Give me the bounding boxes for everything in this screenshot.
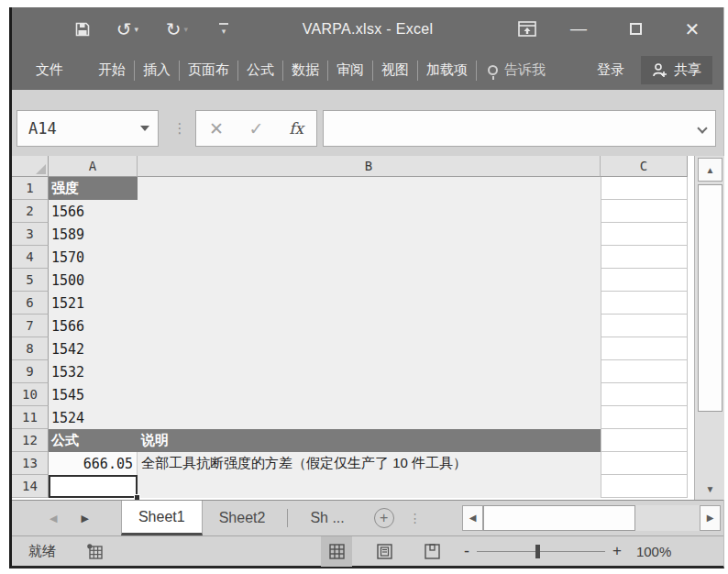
page-break-preview-button[interactable] — [416, 536, 447, 567]
cell-A13[interactable]: 666.05 — [49, 452, 138, 475]
cell-B2[interactable] — [138, 200, 601, 223]
cell-C2[interactable] — [601, 200, 688, 223]
cell-C5[interactable] — [601, 269, 688, 292]
vertical-scroll-thumb[interactable] — [698, 184, 722, 412]
row-header-14[interactable]: 14 — [12, 475, 49, 498]
macro-record-icon[interactable] — [87, 544, 103, 559]
row-header-12[interactable]: 12 — [12, 429, 49, 452]
cell-B11[interactable] — [138, 406, 601, 429]
cell-B12[interactable]: 说明 — [138, 429, 601, 452]
cell-A5[interactable]: 1500 — [49, 269, 138, 292]
horizontal-scroll-thumb[interactable] — [483, 505, 635, 531]
cell-A2[interactable]: 1566 — [49, 200, 138, 223]
column-header-b[interactable]: B — [138, 156, 601, 177]
row-header-7[interactable]: 7 — [12, 315, 49, 337]
tab-addins[interactable]: 加载项 — [418, 61, 476, 79]
cancel-icon[interactable]: ✕ — [209, 118, 224, 139]
cell-B1[interactable] — [138, 177, 601, 200]
column-header-c[interactable]: C — [601, 156, 688, 177]
sheet-tab-sheet3-truncated[interactable]: Sh ... — [293, 501, 360, 535]
cell-B8[interactable] — [138, 337, 601, 360]
normal-view-button[interactable] — [321, 536, 352, 567]
tab-review[interactable]: 审阅 — [328, 61, 372, 79]
cell-B9[interactable] — [138, 360, 601, 383]
cell-B10[interactable] — [138, 383, 601, 406]
cell-A6[interactable]: 1521 — [49, 292, 138, 315]
row-header-3[interactable]: 3 — [12, 223, 49, 246]
zoom-slider-thumb[interactable] — [535, 545, 540, 558]
tab-data[interactable]: 数据 — [283, 61, 327, 79]
insert-function-button[interactable]: fx — [289, 119, 303, 138]
cell-A10[interactable]: 1545 — [49, 383, 138, 406]
cell-B3[interactable] — [138, 223, 601, 246]
page-layout-view-button[interactable] — [369, 536, 400, 567]
minimize-button[interactable]: — — [560, 7, 597, 50]
row-header-2[interactable]: 2 — [12, 200, 49, 223]
horizontal-scroll-track[interactable] — [635, 505, 700, 531]
cell-B7[interactable] — [138, 315, 601, 337]
row-header-8[interactable]: 8 — [12, 337, 49, 360]
zoom-slider-track[interactable] — [477, 551, 605, 552]
column-header-a[interactable]: A — [49, 156, 138, 177]
cell-C7[interactable] — [601, 315, 688, 337]
tab-page-layout[interactable]: 页面布 — [180, 61, 237, 79]
cell-A1[interactable]: 强度 — [49, 177, 138, 200]
select-all-corner[interactable] — [12, 156, 49, 177]
vertical-scrollbar[interactable]: ▲ ▼ — [694, 156, 724, 500]
cell-A11[interactable]: 1524 — [49, 406, 138, 429]
name-box-dropdown-icon[interactable] — [140, 126, 149, 131]
zoom-level-label[interactable]: 100% — [636, 544, 671, 559]
cell-C1[interactable] — [601, 177, 688, 200]
cell-B6[interactable] — [138, 292, 601, 315]
close-button[interactable]: ✕ — [674, 7, 711, 50]
cell-C8[interactable] — [601, 337, 688, 360]
row-header-5[interactable]: 5 — [12, 269, 49, 292]
cell-C12[interactable] — [601, 429, 688, 452]
tab-insert[interactable]: 插入 — [135, 61, 179, 79]
cell-C11[interactable] — [601, 406, 688, 429]
tell-me-box[interactable]: 告诉我 — [488, 61, 546, 79]
next-sheet-arrow-icon[interactable]: ▶ — [81, 513, 88, 524]
cell-C6[interactable] — [601, 292, 688, 315]
sheet-tab-sheet1[interactable]: Sheet1 — [121, 501, 203, 535]
scroll-up-arrow-icon[interactable]: ▲ — [698, 158, 722, 182]
cell-C14[interactable] — [601, 475, 688, 498]
prev-sheet-arrow-icon[interactable]: ◀ — [50, 513, 57, 524]
row-header-4[interactable]: 4 — [12, 246, 49, 269]
row-header-13[interactable]: 13 — [12, 452, 49, 475]
cell-A3[interactable]: 1589 — [49, 223, 138, 246]
sign-in-button[interactable]: 登录 — [588, 61, 634, 79]
cell-C13[interactable] — [601, 452, 688, 475]
scroll-left-arrow-icon[interactable]: ◀ — [462, 505, 483, 531]
scroll-down-arrow-icon[interactable]: ▼ — [698, 480, 722, 498]
cell-A8[interactable]: 1542 — [49, 337, 138, 360]
cell-B13[interactable]: 全部工具抗断强度的方差（假定仅生产了 10 件工具） — [138, 452, 601, 475]
new-sheet-button[interactable]: + — [374, 508, 394, 528]
zoom-in-button[interactable]: + — [612, 542, 622, 560]
share-button[interactable]: 共享 — [641, 56, 712, 84]
cell-C4[interactable] — [601, 246, 688, 269]
row-header-11[interactable]: 11 — [12, 406, 49, 429]
row-header-6[interactable]: 6 — [12, 292, 49, 315]
scroll-right-arrow-icon[interactable]: ▶ — [700, 505, 721, 531]
tab-bar-dots-icon[interactable]: ⋮ — [409, 515, 422, 521]
ribbon-display-options-button[interactable] — [512, 7, 543, 50]
cell-A7[interactable]: 1566 — [49, 315, 138, 337]
row-header-9[interactable]: 9 — [12, 360, 49, 383]
tab-formulas[interactable]: 公式 — [238, 61, 282, 79]
zoom-out-button[interactable]: - — [464, 542, 469, 561]
cell-B5[interactable] — [138, 269, 601, 292]
formula-expand-chevron-icon[interactable] — [697, 123, 707, 133]
cell-A4[interactable]: 1570 — [49, 246, 138, 269]
cell-B14[interactable] — [138, 475, 601, 498]
cell-C10[interactable] — [601, 383, 688, 406]
cell-C9[interactable] — [601, 360, 688, 383]
enter-check-icon[interactable]: ✓ — [249, 118, 264, 139]
row-header-10[interactable]: 10 — [12, 383, 49, 406]
tab-home[interactable]: 开始 — [90, 61, 134, 79]
tab-file[interactable]: 文件 — [28, 61, 72, 79]
cell-B4[interactable] — [138, 246, 601, 269]
maximize-button[interactable] — [617, 7, 654, 50]
cell-C3[interactable] — [601, 223, 688, 246]
cell-A14[interactable] — [49, 475, 138, 498]
